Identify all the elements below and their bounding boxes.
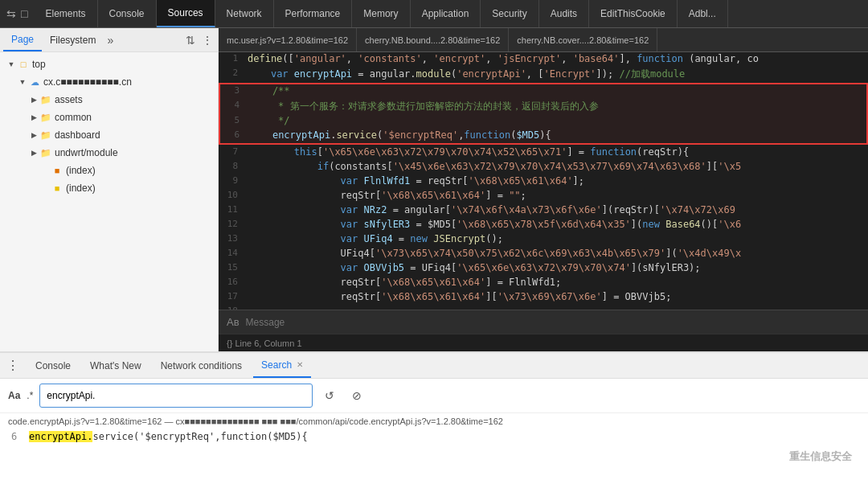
sidebar-tab-page[interactable]: Page — [3, 28, 42, 51]
bottom-panel-dots[interactable]: ⋮ — [6, 358, 19, 373]
code-line-6: 6 encryptApi.service('$encryptReq',funct… — [220, 129, 866, 143]
folder-icon-undwrt: 📁 — [40, 147, 51, 158]
editor-tab-cherry-cover[interactable]: cherry.NB.cover....2.80&time=162 — [509, 28, 657, 51]
line-content-16: reqStr['\x68\x65\x61\x64'] = FlnlWfd1; — [244, 277, 868, 288]
result-text-post: service('$encryptReq',function($MD5){ — [92, 431, 307, 442]
message-bar: Aв — [219, 310, 868, 334]
tree-arrow-common — [29, 113, 39, 122]
tree-arrow-dashboard — [29, 130, 39, 140]
tab-console[interactable]: Console — [98, 0, 157, 27]
code-line-10: 10 reqStr['\x68\x65\x61\x64'] = ""; — [219, 189, 868, 203]
result-line-6[interactable]: 6 encryptApi.service('$encryptReq',funct… — [8, 428, 860, 445]
line-num-14: 14 — [219, 248, 244, 258]
cursor-position: {} Line 6, Column 1 — [227, 338, 302, 348]
code-editor[interactable]: 1 define(['angular', 'constants', 'encry… — [219, 52, 868, 310]
code-line-5: 5 */ — [220, 114, 866, 129]
highlight-block: 3 /** 4 * 第一个服务：对请求参数进行加密解密的方法的封装，返回封装后的… — [219, 83, 868, 145]
editor-tab-mc[interactable]: mc.user.js?v=1.2.80&time=162 — [219, 28, 357, 51]
editor-tab-bar: mc.user.js?v=1.2.80&time=162 cherry.NB.b… — [219, 28, 868, 52]
tree-item-index1[interactable]: ■ (index) — [0, 162, 218, 179]
result-line-number: 6 — [11, 431, 24, 442]
line-content-12: var sNfylER3 = $MD5['\x68\x65\x78\x5f\x6… — [244, 219, 868, 230]
tree-arrow-index2 — [40, 183, 50, 193]
line-content-4: * 第一个服务：对请求参数进行加密解密的方法的封装，返回封装后的入参 — [246, 100, 866, 113]
tree-item-dashboard[interactable]: 📁 dashboard — [0, 126, 218, 144]
status-bar: {} Line 6, Column 1 — [219, 334, 868, 351]
line-num-1: 1 — [219, 53, 244, 64]
line-num-11: 11 — [219, 204, 244, 215]
line-content-3: /** — [246, 85, 866, 96]
editor-tab-cherry-bound[interactable]: cherry.NB.bound....2.80&time=162 — [357, 28, 509, 51]
code-line-15: 15 var OBVVjb5 = UFiq4['\x65\x6e\x63\x72… — [219, 261, 868, 276]
sidebar: Page Filesystem » ⇅ ⋮ □ top ☁ cx.c■■■■■■… — [0, 28, 219, 351]
tree-label-top: top — [32, 59, 46, 70]
search-input[interactable] — [39, 384, 313, 408]
bottom-tab-whatsnew-label: What's New — [90, 360, 141, 371]
line-num-7: 7 — [219, 146, 244, 157]
result-line-text: encryptApi.service('$encryptReq',functio… — [29, 431, 308, 442]
code-line-11: 11 var NRz2 = angular['\x74\x6f\x4a\x73\… — [219, 203, 868, 218]
line-num-2: 2 — [219, 68, 244, 78]
file-icon-index2: ■ — [51, 183, 63, 194]
line-num-5: 5 — [220, 115, 246, 125]
line-content-8: if(constants['\x45\x6e\x63\x72\x79\x70\x… — [244, 161, 868, 172]
clear-button[interactable]: ⊘ — [346, 385, 367, 406]
tree-item-assets[interactable]: 📁 assets — [0, 91, 218, 109]
tree-item-top[interactable]: □ top — [0, 55, 218, 73]
tab-memory[interactable]: Memory — [352, 0, 410, 27]
bottom-tab-search-label: Search — [261, 359, 292, 371]
tree-item-undwrt[interactable]: 📁 undwrt/module — [0, 144, 218, 162]
line-num-12: 12 — [219, 219, 244, 229]
bottom-tab-console[interactable]: Console — [27, 353, 79, 378]
result-highlight: encryptApi. — [29, 431, 92, 442]
tree-label-index1: (index) — [66, 165, 96, 176]
result-file-name: code.encryptApi.js?v=1.2.80&time=162 — c… — [8, 416, 860, 426]
line-content-1: define(['angular', 'constants', 'encrypt… — [244, 53, 868, 64]
tab-performance[interactable]: Performance — [274, 0, 353, 27]
folder-icon-common: 📁 — [40, 112, 51, 123]
tab-application[interactable]: Application — [411, 0, 481, 27]
code-line-13: 13 var UFiq4 = new JSEncrypt(); — [219, 232, 868, 247]
message-input[interactable] — [246, 317, 860, 328]
file-icon-index1: ■ — [51, 165, 63, 176]
inspect-icon[interactable]: ⇆ — [6, 7, 16, 20]
bottom-tab-whatsnew[interactable]: What's New — [82, 353, 149, 378]
code-line-12: 12 var sNfylER3 = $MD5['\x68\x65\x78\x5f… — [219, 218, 868, 232]
tab-audits[interactable]: Audits — [539, 0, 589, 27]
tree-item-cx[interactable]: ☁ cx.c■■■■■■■■■■.cn — [0, 73, 218, 91]
line-content-6: encryptApi.service('$encryptReq',functio… — [246, 129, 866, 141]
tree-item-common[interactable]: 📁 common — [0, 109, 218, 126]
tab-network[interactable]: Network — [215, 0, 274, 27]
line-num-17: 17 — [219, 291, 244, 302]
device-icon[interactable]: □ — [21, 7, 27, 20]
code-line-17: 17 reqStr['\x68\x65\x61\x64']['\x73\x69\… — [219, 290, 868, 305]
tab-security[interactable]: Security — [481, 0, 538, 27]
tree-item-index2[interactable]: ■ (index) — [0, 179, 218, 197]
tree-arrow-undwrt — [29, 148, 39, 158]
tab-elements[interactable]: Elements — [34, 0, 97, 27]
line-content-9: var FlnlWfd1 = reqStr['\x68\x65\x61\x64'… — [244, 175, 868, 187]
line-content-2: var encryptApi = angular.module('encrypt… — [244, 68, 868, 81]
line-num-6: 6 — [220, 129, 246, 140]
devtools-tab-bar: ⇆ □ Elements Console Sources Network Per… — [0, 0, 868, 28]
code-line-4: 4 * 第一个服务：对请求参数进行加密解密的方法的封装，返回封装后的入参 — [220, 99, 866, 114]
sidebar-tab-filesystem[interactable]: Filesystem — [42, 28, 104, 51]
line-num-3: 3 — [220, 85, 246, 96]
sidebar-tab-more[interactable]: » — [107, 34, 113, 47]
bottom-tab-search[interactable]: Search ✕ — [253, 353, 311, 378]
refresh-button[interactable]: ↺ — [319, 385, 340, 406]
bottom-tab-bar: ⋮ Console What's New Network conditions … — [0, 353, 868, 379]
tab-editthiscookie[interactable]: EditThisCookie — [589, 0, 678, 27]
cloud-icon-cx: ☁ — [29, 76, 40, 88]
search-input-wrap — [39, 384, 313, 408]
tab-sources[interactable]: Sources — [157, 0, 215, 27]
sidebar-menu-icon[interactable]: ⋮ — [200, 32, 215, 48]
bottom-tab-network-conditions[interactable]: Network conditions — [153, 353, 250, 378]
bottom-tab-search-close[interactable]: ✕ — [297, 360, 303, 369]
folder-icon-dashboard: 📁 — [40, 129, 51, 141]
editor-tab-mc-label: mc.user.js?v=1.2.80&time=162 — [227, 35, 348, 45]
sidebar-sync-icon[interactable]: ⇅ — [184, 32, 197, 48]
tab-adblock[interactable]: Adbl... — [678, 0, 728, 27]
line-content-15: var OBVVjb5 = UFiq4['\x65\x6e\x63\x72\x7… — [244, 262, 868, 273]
folder-icon-assets: 📁 — [40, 94, 51, 105]
